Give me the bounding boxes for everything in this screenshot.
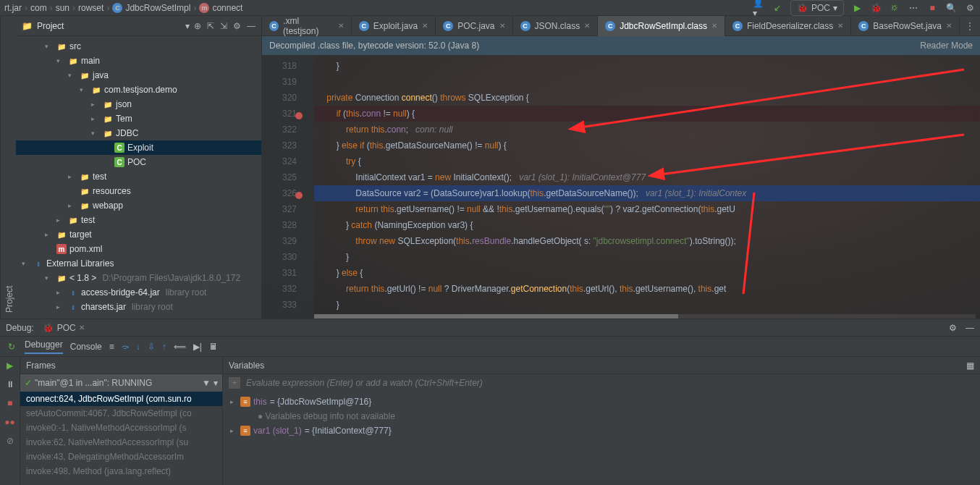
tree-node[interactable]: CPOC <box>16 155 261 169</box>
thread-selector[interactable]: ✓ "main"@1 in ...ain": RUNNING ▼ ▾ <box>20 374 222 392</box>
tree-node[interactable]: ▸📁json <box>16 97 261 111</box>
console-tab[interactable]: Console <box>70 342 102 352</box>
tree-node[interactable]: ▸📁test <box>16 169 261 184</box>
code-editor[interactable]: 3183193203213223233243253263273283293303… <box>262 55 980 319</box>
collapse-icon[interactable]: ⇲ <box>220 21 227 31</box>
tree-node[interactable]: mpom.xml <box>16 242 261 256</box>
drop-frame-icon[interactable]: ⟸ <box>174 342 186 352</box>
stop-icon[interactable]: ■ <box>4 397 16 409</box>
editor-tab[interactable]: C.xml (testjson)✕ <box>262 16 352 36</box>
close-icon[interactable]: ✕ <box>711 22 717 30</box>
tree-node[interactable]: ▸⫾access-bridge-64.jarlibrary root <box>16 285 261 300</box>
tree-node[interactable]: ▾📁< 1.8 >D:\Program Files\Java\jdk1.8.0_… <box>16 271 261 285</box>
crumb-5[interactable]: connect <box>212 3 242 13</box>
view-breakpoints-icon[interactable]: ●● <box>4 416 16 428</box>
close-icon[interactable]: ✕ <box>79 324 85 332</box>
stack-frame[interactable]: invoke:498, Method (java.lang.reflect) <box>20 464 222 478</box>
stack-frame[interactable]: invoke:43, DelegatingMethodAccessorIm <box>20 450 222 464</box>
line-gutter[interactable]: 3183193203213223233243253263273283293303… <box>262 55 314 319</box>
vcs-update-icon[interactable]: ↙ <box>772 2 783 14</box>
profile-button[interactable]: ⋯ <box>908 2 919 14</box>
close-icon[interactable]: ✕ <box>422 22 428 30</box>
locate-icon[interactable]: ⊕ <box>194 21 201 31</box>
crumb-3[interactable]: rowset <box>78 3 104 13</box>
evaluate-input[interactable]: + Evaluate expression (Enter) or add a w… <box>223 374 980 392</box>
editor-tabs[interactable]: C.xml (testjson)✕CExploit.java✕CPOC.java… <box>262 16 980 36</box>
code-line[interactable]: } <box>314 249 980 265</box>
code-line[interactable]: try { <box>314 153 980 169</box>
force-step-into-icon[interactable]: ⇩ <box>148 342 155 352</box>
tree-node[interactable]: ▸📁target <box>16 227 261 242</box>
tree-node[interactable]: CExploit <box>16 140 261 155</box>
run-to-cursor-icon[interactable]: ▶| <box>193 342 202 352</box>
crumb-1[interactable]: com <box>30 3 47 13</box>
tree-node[interactable]: ▾📁java <box>16 68 261 83</box>
reader-mode-link[interactable]: Reader Mode <box>920 41 973 51</box>
close-icon[interactable]: ✕ <box>584 22 590 30</box>
mute-breakpoints-icon[interactable]: ⊘ <box>4 435 16 447</box>
tree-node[interactable]: ▾📁com.testjson.demo <box>16 83 261 97</box>
more-tabs-icon[interactable]: ⋮ <box>960 21 980 31</box>
tree-node[interactable]: ▸📁test <box>16 213 261 227</box>
code-line[interactable]: InitialContext var1 = new InitialContext… <box>314 169 980 185</box>
step-over-icon[interactable]: ⤼ <box>122 342 129 352</box>
variable-row[interactable]: ▸≡this = {JdbcRowSetImpl@716} <box>223 395 980 409</box>
project-tool-tab[interactable]: Project <box>0 16 16 319</box>
editor-tab[interactable]: CBaseRowSet.java✕ <box>851 16 960 36</box>
hide-icon[interactable]: — <box>966 323 974 333</box>
close-icon[interactable]: ✕ <box>837 22 843 30</box>
variable-list[interactable]: ▸≡this = {JdbcRowSetImpl@716}● Variables… <box>223 392 980 485</box>
tree-node[interactable]: ▸📁webapp <box>16 198 261 213</box>
evaluate-icon[interactable]: 🖩 <box>209 342 218 352</box>
code-line[interactable]: return this.conn; conn: null <box>314 122 980 138</box>
close-icon[interactable]: ✕ <box>338 22 344 30</box>
stack-frame[interactable]: invoke:62, NativeMethodAccessorImpl (su <box>20 435 222 450</box>
code-lines[interactable]: } private Connection connect() throws SQ… <box>314 55 980 319</box>
chevron-down-icon[interactable]: ▾ <box>214 378 218 388</box>
gear-icon[interactable]: ⚙ <box>233 21 241 31</box>
search-icon[interactable]: 🔍 <box>945 2 957 14</box>
project-tree[interactable]: ▾📁src▾📁main▾📁java▾📁com.testjson.demo▸📁js… <box>16 36 261 319</box>
crumb-2[interactable]: sun <box>56 3 69 13</box>
horizontal-scrollbar[interactable] <box>314 314 976 319</box>
debugger-tab[interactable]: Debugger <box>25 340 63 354</box>
add-icon[interactable]: + <box>229 377 240 389</box>
editor-tab[interactable]: CJSON.class✕ <box>513 16 599 36</box>
settings-icon[interactable]: ⚙ <box>964 2 976 14</box>
editor-tab[interactable]: CPOC.java✕ <box>436 16 512 36</box>
tree-node[interactable]: ▸📁Tem <box>16 111 261 126</box>
expand-icon[interactable]: ⇱ <box>207 21 214 31</box>
step-into-icon[interactable]: ↓ <box>136 342 140 352</box>
editor-tab[interactable]: CJdbcRowSetImpl.class✕ <box>598 16 725 36</box>
code-line[interactable]: private Connection connect() throws SQLE… <box>314 90 980 106</box>
variable-row[interactable]: ● Variables debug info not available <box>223 409 980 423</box>
run-button[interactable]: ▶ <box>851 2 863 14</box>
close-icon[interactable]: ✕ <box>499 22 505 30</box>
code-line[interactable]: throw new SQLException(this.resBundle.ha… <box>314 233 980 249</box>
filter-icon[interactable]: ▼ <box>202 378 211 388</box>
tree-node[interactable]: ▾📁JDBC <box>16 126 261 140</box>
editor-tab[interactable]: CFieldDeserializer.class✕ <box>725 16 851 36</box>
code-line[interactable]: DataSource var2 = (DataSource)var1.looku… <box>314 185 980 201</box>
stop-button[interactable]: ■ <box>926 2 938 14</box>
code-line[interactable]: } else if (this.getDataSourceName() != n… <box>314 138 980 153</box>
variable-row[interactable]: ▸≡var1 (slot_1) = {InitialContext@777} <box>223 423 980 438</box>
step-out-icon[interactable]: ↑ <box>162 342 166 352</box>
tree-node[interactable]: ▾📁src <box>16 39 261 54</box>
code-line[interactable]: } catch (NamingException var3) { <box>314 217 980 233</box>
code-line[interactable] <box>314 74 980 90</box>
frame-list[interactable]: connect:624, JdbcRowSetImpl (com.sun.ros… <box>20 392 222 485</box>
stack-frame[interactable]: setAutoCommit:4067, JdbcRowSetImpl (co <box>20 406 222 421</box>
crumb-0[interactable]: rt.jar <box>4 3 22 13</box>
gear-icon[interactable]: ⚙ <box>949 323 957 333</box>
stack-frame[interactable]: connect:624, JdbcRowSetImpl (com.sun.ro <box>20 392 222 406</box>
tree-node[interactable]: ▸⫾charsets.jarlibrary root <box>16 300 261 314</box>
stack-frame[interactable]: invoke0:-1, NativeMethodAccessorImpl (s <box>20 421 222 435</box>
code-line[interactable]: return this.getUsername() != null && !th… <box>314 201 980 217</box>
resume-icon[interactable]: ▶ <box>4 360 16 371</box>
stdout-icon[interactable]: ≡ <box>109 342 114 352</box>
crumb-4[interactable]: JdbcRowSetImpl <box>125 3 190 13</box>
layout-icon[interactable]: ▦ <box>966 360 974 371</box>
tree-node[interactable]: ▾⫾External Libraries <box>16 256 261 271</box>
pause-icon[interactable]: ⏸ <box>4 379 16 390</box>
